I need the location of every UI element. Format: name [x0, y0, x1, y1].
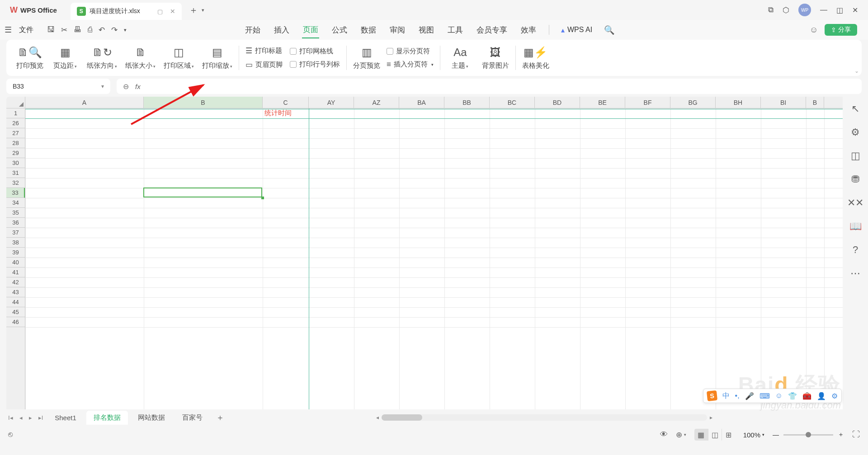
- last-sheet-button[interactable]: ▸I: [37, 414, 45, 421]
- beautify-button[interactable]: ▦⚡表格美化: [522, 46, 549, 70]
- sheet-tab-website[interactable]: 网站数据: [131, 411, 172, 425]
- prev-sheet-button[interactable]: ◂: [18, 414, 24, 421]
- row-header[interactable]: 41: [6, 267, 25, 277]
- user-avatar[interactable]: WP: [798, 4, 811, 16]
- search-icon[interactable]: 🔍: [604, 25, 615, 35]
- sheet-tab-ranking[interactable]: 排名数据: [86, 411, 128, 425]
- book-icon[interactable]: 📖: [849, 220, 862, 232]
- row-header[interactable]: 33: [6, 188, 25, 198]
- maximize-button[interactable]: ◫: [836, 6, 843, 14]
- ime-settings-icon[interactable]: ⚙: [831, 392, 838, 400]
- sheet-tab-baijiahao[interactable]: 百家号: [175, 411, 210, 425]
- close-window-button[interactable]: ✕: [852, 6, 858, 14]
- chevron-down-icon[interactable]: ▾: [124, 27, 127, 33]
- row-header[interactable]: 32: [6, 178, 25, 188]
- mobile-icon[interactable]: ⧉: [768, 5, 774, 14]
- document-tab[interactable]: S 项目进度统计.xlsx ▢ ✕: [71, 3, 182, 20]
- print-scale-button[interactable]: ▤打印缩放▾: [202, 46, 232, 70]
- insert-break-button[interactable]: ≡插入分页符▾: [387, 60, 434, 69]
- ime-emoji-icon[interactable]: ☺: [775, 392, 783, 400]
- ime-lang-icon[interactable]: 中: [722, 391, 730, 401]
- minimize-button[interactable]: —: [820, 6, 827, 14]
- menu-tab-vip[interactable]: 会员专享: [476, 22, 508, 38]
- help-icon[interactable]: ?: [853, 244, 858, 256]
- eye-icon[interactable]: 👁: [660, 430, 668, 439]
- row-header[interactable]: 34: [6, 198, 25, 208]
- column-header[interactable]: BB: [444, 97, 490, 108]
- scroll-right-icon[interactable]: ▸: [710, 414, 712, 421]
- ime-floating-toolbar[interactable]: S 中 •, 🎤 ⌨ ☺ 👕 🧰 👤 ⚙: [703, 389, 842, 403]
- row-header[interactable]: 30: [6, 158, 25, 168]
- cell-c1[interactable]: 统计时间: [263, 109, 309, 117]
- tab-pin-icon[interactable]: ▢: [157, 8, 163, 15]
- column-header[interactable]: BD: [535, 97, 580, 108]
- tools-icon[interactable]: ✕✕: [847, 197, 863, 209]
- menu-tab-page[interactable]: 页面: [302, 22, 319, 38]
- file-menu[interactable]: 文件: [19, 25, 33, 35]
- first-sheet-button[interactable]: I◂: [6, 414, 15, 421]
- cells-area[interactable]: 统计时间: [25, 108, 843, 409]
- print-icon[interactable]: 🖶: [74, 25, 81, 34]
- chevron-down-icon[interactable]: ▾: [101, 83, 104, 89]
- print-preview-button[interactable]: 🗎🔍打印预览: [16, 46, 43, 70]
- zoom-out-icon[interactable]: ⊖: [123, 82, 129, 91]
- page-layout-view-button[interactable]: ◫: [708, 429, 722, 441]
- tab-close-icon[interactable]: ✕: [170, 8, 175, 15]
- zoom-slider[interactable]: — ＋: [773, 431, 844, 439]
- column-header[interactable]: BA: [399, 97, 444, 108]
- row-header[interactable]: 39: [6, 248, 25, 258]
- normal-view-button[interactable]: ▦: [694, 429, 708, 441]
- print-titles-button[interactable]: ☰打印标题: [245, 46, 283, 56]
- row-header[interactable]: 43: [6, 287, 25, 297]
- cursor-icon[interactable]: ↖: [851, 103, 859, 115]
- save-icon[interactable]: 🖫: [47, 25, 55, 34]
- ime-user-icon[interactable]: 👤: [817, 392, 826, 400]
- spreadsheet-grid[interactable]: ABCAYAZBABBBCBDBEBFBGBHBIB 1262728293031…: [6, 97, 843, 409]
- show-breaks-checkbox[interactable]: 显示分页符: [387, 47, 434, 56]
- redo-icon[interactable]: ↷: [111, 25, 118, 35]
- select-all-corner[interactable]: [6, 97, 25, 108]
- fullscreen-icon[interactable]: ⛶: [852, 430, 860, 439]
- print-area-button[interactable]: ◫打印区域▾: [164, 46, 194, 70]
- ime-keyboard-icon[interactable]: ⌨: [760, 392, 770, 400]
- scroll-thumb[interactable]: [382, 414, 422, 421]
- chevron-down-icon[interactable]: ▾: [202, 7, 204, 13]
- orientation-button[interactable]: 🗎↻纸张方向▾: [87, 46, 117, 70]
- menu-tab-formula[interactable]: 公式: [331, 22, 348, 38]
- row-header[interactable]: 1: [6, 108, 25, 118]
- row-header[interactable]: 45: [6, 307, 25, 317]
- fx-icon[interactable]: fx: [135, 83, 141, 90]
- column-header[interactable]: B: [806, 97, 824, 108]
- cube-icon[interactable]: ⬡: [783, 5, 789, 15]
- row-header[interactable]: 26: [6, 118, 25, 128]
- menu-tab-view[interactable]: 视图: [418, 22, 435, 38]
- ribbon-collapse-icon[interactable]: ⌄: [854, 68, 859, 74]
- column-header[interactable]: BI: [761, 97, 806, 108]
- ime-punct-icon[interactable]: •,: [735, 392, 740, 400]
- row-header[interactable]: 38: [6, 238, 25, 248]
- print-rowcol-checkbox[interactable]: 打印行号列标: [290, 60, 340, 69]
- zoom-level[interactable]: 100%▾: [743, 431, 764, 439]
- row-header[interactable]: 40: [6, 258, 25, 267]
- print-preview-icon[interactable]: ⎙: [88, 25, 92, 34]
- menu-tab-tools[interactable]: 工具: [447, 22, 464, 38]
- formula-bar[interactable]: ⊖ fx: [117, 79, 862, 94]
- zoom-in-button[interactable]: ＋: [838, 431, 844, 439]
- feedback-icon[interactable]: ☺: [810, 25, 818, 35]
- column-header[interactable]: AZ: [354, 97, 399, 108]
- menu-tab-review[interactable]: 审阅: [389, 22, 406, 38]
- margins-button[interactable]: ▦页边距▾: [52, 46, 79, 70]
- row-header[interactable]: 29: [6, 148, 25, 158]
- record-macro-icon[interactable]: ⎋: [8, 430, 13, 439]
- focus-icon[interactable]: ⊕▾: [676, 430, 686, 440]
- settings-icon[interactable]: ⚙: [851, 127, 860, 138]
- ime-toolbox-icon[interactable]: 🧰: [802, 392, 811, 400]
- data-icon[interactable]: ⛃: [851, 174, 859, 185]
- hamburger-icon[interactable]: ☰: [5, 25, 12, 35]
- wps-ai-button[interactable]: ▴WPS AI: [561, 26, 592, 34]
- row-header[interactable]: 44: [6, 297, 25, 307]
- row-header[interactable]: 42: [6, 277, 25, 287]
- column-header[interactable]: BF: [625, 97, 670, 108]
- share-button[interactable]: ⇪分享: [825, 24, 857, 36]
- scroll-left-icon[interactable]: ◂: [376, 414, 379, 421]
